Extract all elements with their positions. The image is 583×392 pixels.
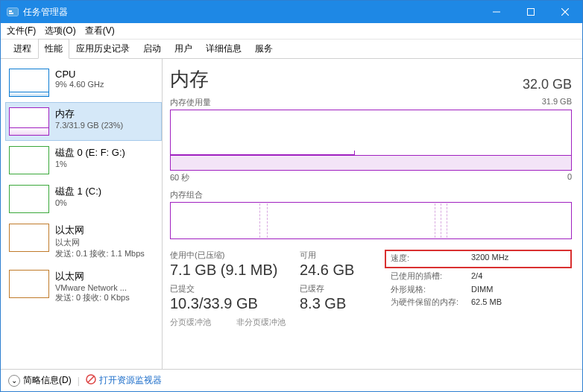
svg-rect-5 [528, 9, 535, 16]
menu-options[interactable]: 选项(O) [45, 25, 75, 37]
form-value: DIMM [471, 283, 493, 297]
speed-key: 速度: [391, 253, 471, 264]
slots-value: 2/4 [471, 270, 482, 283]
main-panel: 内存 32.0 GB 内存使用量 31.9 GB 60 秒 0 内存组合 [163, 59, 582, 369]
tab-startup[interactable]: 启动 [136, 39, 168, 59]
sidebar-item-cpu[interactable]: CPU 9% 4.60 GHz [5, 63, 162, 102]
slots-key: 已使用的插槽: [391, 270, 471, 283]
sidebar-item-eth0[interactable]: 以太网 以太网 发送: 0.1 接收: 1.1 Mbps [5, 218, 162, 265]
sidebar-eth1-title: 以太网 [55, 270, 130, 283]
sidebar-disk0-sub: 1% [55, 159, 125, 168]
sidebar-item-eth1[interactable]: 以太网 VMware Network ... 发送: 0 接收: 0 Kbps [5, 265, 162, 309]
tabs: 进程 性能 应用历史记录 启动 用户 详细信息 服务 [1, 39, 582, 59]
svg-rect-3 [9, 13, 13, 14]
tab-details[interactable]: 详细信息 [199, 39, 248, 59]
sidebar-item-disk0[interactable]: 磁盘 0 (E: F: G:) 1% [5, 141, 162, 180]
tab-services[interactable]: 服务 [248, 39, 280, 59]
inuse-label: 使用中(已压缩) [170, 250, 300, 261]
sidebar-disk1-title: 磁盘 1 (C:) [55, 185, 101, 198]
memory-composition-chart [170, 202, 572, 239]
nonpaged-label: 非分页缓冲池 [236, 317, 286, 328]
tab-processes[interactable]: 进程 [7, 39, 38, 59]
composition-label: 内存组合 [170, 189, 203, 200]
axis-left: 60 秒 [170, 172, 189, 183]
form-key: 外形规格: [391, 283, 471, 297]
reserved-key: 为硬件保留的内存: [391, 296, 471, 309]
sidebar-disk0-title: 磁盘 0 (E: F: G:) [55, 146, 125, 159]
brief-info-link[interactable]: 简略信息(D) [23, 374, 72, 387]
maximize-button[interactable] [514, 1, 548, 23]
sidebar-disk1-sub: 0% [55, 198, 101, 207]
menu-file[interactable]: 文件(F) [7, 25, 36, 37]
app-icon [7, 6, 19, 18]
main-title: 内存 [170, 66, 209, 92]
cached-label: 已缓存 [300, 283, 385, 294]
eth1-sparkline [9, 270, 49, 298]
sidebar-eth1-sub1: VMware Network ... [55, 283, 130, 292]
cached-value: 8.3 GB [300, 294, 385, 312]
usage-max: 31.9 GB [542, 97, 572, 108]
disk1-sparkline [9, 185, 49, 213]
titlebar[interactable]: 任务管理器 [1, 1, 582, 23]
window-title: 任务管理器 [23, 6, 479, 19]
sidebar-eth0-sub1: 以太网 [55, 237, 145, 248]
eth0-sparkline [9, 224, 49, 252]
commit-value: 10.3/33.9 GB [170, 294, 300, 312]
minimize-button[interactable] [479, 1, 514, 23]
close-button[interactable] [548, 1, 582, 23]
resource-monitor-link[interactable]: 打开资源监视器 [99, 374, 162, 387]
sidebar-memory-sub: 7.3/31.9 GB (23%) [55, 121, 123, 130]
cpu-sparkline [9, 69, 49, 97]
sidebar-eth0-title: 以太网 [55, 224, 145, 237]
tab-users[interactable]: 用户 [168, 39, 199, 59]
avail-value: 24.6 GB [300, 261, 385, 279]
avail-label: 可用 [300, 250, 385, 261]
usage-label: 内存使用量 [170, 97, 211, 108]
memory-usage-chart [170, 110, 572, 171]
tab-history[interactable]: 应用历史记录 [69, 39, 136, 59]
menu-view[interactable]: 查看(V) [85, 25, 115, 37]
reserved-value: 62.5 MB [471, 296, 502, 309]
paged-label: 分页缓冲池 [170, 317, 211, 328]
commit-label: 已提交 [170, 283, 300, 294]
footer: ⌄ 简略信息(D) | 打开资源监视器 [1, 369, 582, 391]
sidebar-item-memory[interactable]: 内存 7.3/31.9 GB (23%) [5, 102, 162, 141]
disk0-sparkline [9, 146, 49, 174]
sidebar-item-disk1[interactable]: 磁盘 1 (C:) 0% [5, 180, 162, 218]
main-total: 32.0 GB [523, 77, 572, 92]
tab-performance[interactable]: 性能 [38, 39, 69, 59]
svg-rect-2 [9, 10, 12, 12]
sidebar-eth1-sub2: 发送: 0 接收: 0 Kbps [55, 292, 130, 303]
sidebar-eth0-sub2: 发送: 0.1 接收: 1.1 Mbps [55, 248, 145, 259]
sidebar-cpu-title: CPU [55, 69, 104, 80]
speed-value: 3200 MHz [471, 253, 508, 264]
memory-sparkline [9, 107, 49, 136]
inuse-value: 7.1 GB (9.1 MB) [170, 261, 300, 279]
svg-line-9 [88, 376, 94, 382]
sidebar-cpu-sub: 9% 4.60 GHz [55, 80, 104, 89]
speed-highlight-box: 速度: 3200 MHz [385, 250, 572, 268]
sidebar: CPU 9% 4.60 GHz 内存 7.3/31.9 GB (23%) 磁盘 … [1, 59, 163, 369]
menubar: 文件(F) 选项(O) 查看(V) [1, 23, 582, 39]
sidebar-memory-title: 内存 [55, 107, 123, 121]
chevron-down-icon[interactable]: ⌄ [8, 375, 20, 387]
axis-right: 0 [567, 172, 572, 183]
no-entry-icon [86, 374, 96, 387]
